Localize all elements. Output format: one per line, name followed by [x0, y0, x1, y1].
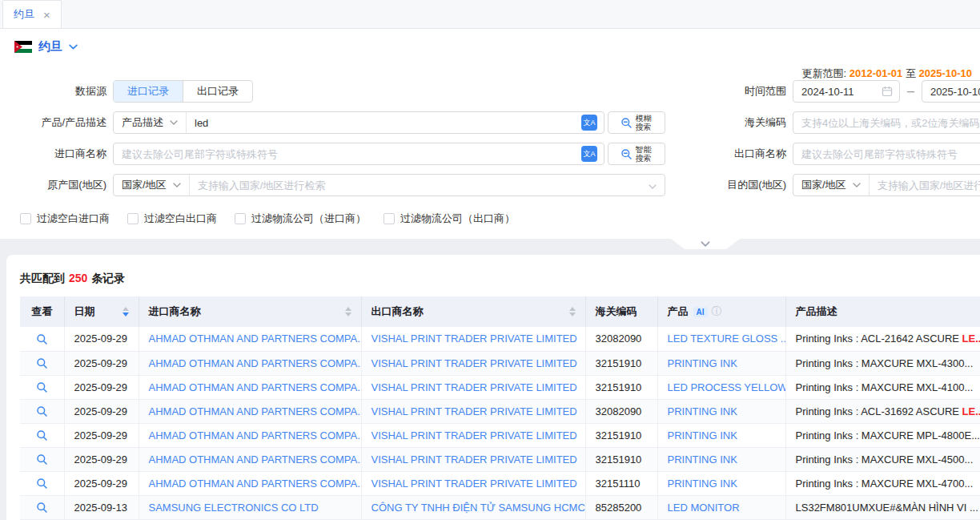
- cell-date: 2025-09-29: [64, 423, 139, 447]
- toggle-export-records[interactable]: 出口记录: [183, 81, 252, 102]
- table-row: 2025-09-29AHMAD OTHMAN AND PARTNERS COMP…: [20, 327, 980, 351]
- cell-product-link[interactable]: PRINTING INK: [668, 478, 737, 490]
- cell-date: 2025-09-29: [64, 375, 139, 399]
- hs-code-field[interactable]: [793, 111, 980, 134]
- date-start-picker[interactable]: [793, 80, 900, 103]
- cell-importer-link[interactable]: AHMAD OTHMAN AND PARTNERS COMPA...: [149, 478, 362, 490]
- view-record-search-icon[interactable]: [36, 405, 48, 417]
- cell-product-link[interactable]: PRINTING INK: [668, 453, 737, 466]
- cell-exporter-link[interactable]: VISHAL PRINT TRADER PRIVATE LIMITED: [372, 333, 577, 345]
- cell-exporter-link[interactable]: VISHAL PRINT TRADER PRIVATE LIMITED: [372, 381, 577, 393]
- keyword-highlight: LE...: [962, 333, 980, 345]
- cell-importer-link[interactable]: AHMAD OTHMAN AND PARTNERS COMPA...: [149, 405, 362, 417]
- origin-country-label: 原产国(地区): [0, 178, 113, 192]
- column-label: 日期: [74, 304, 95, 319]
- translate-icon[interactable]: 文A: [581, 115, 597, 131]
- column-header-date[interactable]: 日期: [64, 296, 139, 327]
- tab-title: 约旦: [14, 7, 34, 22]
- column-header-exporter[interactable]: 出口商名称: [361, 296, 585, 327]
- translate-icon[interactable]: 文A: [581, 146, 597, 162]
- view-record-search-icon[interactable]: [36, 453, 48, 466]
- tab-close-icon[interactable]: ×: [43, 9, 50, 21]
- chevron-down-icon: [170, 120, 178, 125]
- checkbox-icon: [127, 213, 139, 224]
- column-label: 出口商名称: [372, 304, 424, 319]
- cell-exporter-link[interactable]: VISHAL PRINT TRADER PRIVATE LIMITED: [372, 357, 577, 369]
- cell-date: 2025-09-29: [64, 447, 139, 471]
- exporter-input[interactable]: [793, 148, 980, 160]
- chevron-down-icon: [649, 178, 657, 192]
- checkbox-filter-blank-importer[interactable]: 过滤空白进口商: [20, 212, 110, 226]
- cell-product-link[interactable]: LED PROCESS YELLOW...: [668, 381, 786, 393]
- cell-product-description: Printing Inks : MAXCURE MXL-4700...: [785, 471, 980, 495]
- exporter-field[interactable]: [793, 143, 980, 165]
- origin-country-input[interactable]: [190, 179, 649, 191]
- cell-hs-code: 32151910: [585, 423, 657, 447]
- cell-product-link[interactable]: LED MONITOR: [668, 502, 740, 514]
- data-source-toggle: 进口记录 出口记录: [113, 80, 253, 103]
- exporter-label: 出口商名称: [677, 147, 793, 161]
- sort-desc-icon: [122, 312, 129, 316]
- checkbox-filter-logistics-importer[interactable]: 过滤物流公司（进口商）: [235, 212, 366, 226]
- view-record-search-icon[interactable]: [36, 478, 48, 490]
- hs-code-input[interactable]: [793, 117, 980, 129]
- cell-exporter-link[interactable]: VISHAL PRINT TRADER PRIVATE LIMITED: [372, 478, 577, 490]
- cell-product-link[interactable]: PRINTING INK: [668, 429, 737, 441]
- cell-importer-link[interactable]: AHMAD OTHMAN AND PARTNERS COMPA...: [149, 333, 362, 345]
- country-selector[interactable]: 约旦: [14, 39, 78, 54]
- tab-jordan[interactable]: 约旦 ×: [2, 0, 62, 28]
- sort-icons[interactable]: [569, 307, 576, 316]
- cell-importer-link[interactable]: AHMAD OTHMAN AND PARTNERS COMPA...: [149, 357, 362, 369]
- fuzzy-search-button[interactable]: 模糊搜索: [608, 111, 665, 134]
- table-row: 2025-09-29AHMAD OTHMAN AND PARTNERS COMP…: [20, 471, 980, 495]
- cell-importer-link[interactable]: SAMSUNG ELECTRONICS CO LTD: [149, 502, 319, 514]
- cell-importer-link[interactable]: AHMAD OTHMAN AND PARTNERS COMPA...: [149, 453, 362, 466]
- cell-date: 2025-09-13: [64, 495, 139, 519]
- importer-label: 进口商名称: [0, 147, 113, 161]
- cell-exporter-link[interactable]: VISHAL PRINT TRADER PRIVATE LIMITED: [372, 405, 577, 417]
- cell-product-link[interactable]: PRINTING INK: [668, 357, 737, 369]
- sort-icons[interactable]: [345, 307, 351, 316]
- column-header-importer[interactable]: 进口商名称: [139, 296, 361, 327]
- column-label: 进口商名称: [149, 304, 201, 319]
- info-icon[interactable]: ⓘ: [712, 304, 722, 319]
- data-source-label: 数据源: [0, 84, 113, 99]
- country-name: 约旦: [38, 39, 62, 54]
- column-label: 产品描述: [796, 304, 837, 319]
- date-end-picker[interactable]: [922, 80, 980, 103]
- table-row: 2025-09-29AHMAD OTHMAN AND PARTNERS COMP…: [20, 399, 980, 423]
- destination-country-input[interactable]: [870, 179, 980, 191]
- cell-importer-link[interactable]: AHMAD OTHMAN AND PARTNERS COMPA...: [149, 429, 362, 441]
- update-range-end: 2025-10-10: [919, 67, 973, 79]
- view-record-search-icon[interactable]: [36, 381, 48, 393]
- update-range: 更新范围: 2012-01-01 至 2025-10-10: [802, 67, 973, 81]
- view-record-search-icon[interactable]: [36, 357, 48, 369]
- toggle-import-records[interactable]: 进口记录: [114, 81, 183, 102]
- date-end-input[interactable]: [922, 86, 980, 98]
- cell-exporter-link[interactable]: VISHAL PRINT TRADER PRIVATE LIMITED: [372, 429, 577, 441]
- product-type-select[interactable]: 产品描述: [114, 112, 187, 133]
- checkbox-filter-blank-exporter[interactable]: 过滤空白出口商: [127, 212, 217, 226]
- date-start-input[interactable]: [793, 86, 882, 98]
- cell-exporter-link[interactable]: VISHAL PRINT TRADER PRIVATE LIMITED: [372, 453, 577, 466]
- view-record-search-icon[interactable]: [36, 502, 48, 514]
- chevron-down-icon: [69, 44, 78, 50]
- view-record-search-icon[interactable]: [36, 333, 48, 345]
- checkbox-filter-logistics-exporter[interactable]: 过滤物流公司（出口商）: [384, 212, 515, 226]
- cell-product-link[interactable]: LED TEXTURE GLOSS ...: [668, 333, 786, 345]
- cell-product-description: Printing Inks : ACL-31692 ASCURE LE...: [785, 399, 980, 423]
- cell-importer-link[interactable]: AHMAD OTHMAN AND PARTNERS COMPA...: [149, 381, 362, 393]
- product-search-input[interactable]: [187, 117, 581, 129]
- origin-country-select[interactable]: 国家/地区: [114, 175, 190, 196]
- sort-icons[interactable]: [122, 307, 129, 316]
- column-header-desc: 产品描述: [785, 296, 980, 327]
- cell-exporter-link[interactable]: CÔNG TY TNHH ĐIỆN TỬ SAMSUNG HCMC...: [372, 502, 586, 514]
- destination-country-select[interactable]: 国家/地区: [793, 175, 870, 196]
- importer-input[interactable]: [114, 148, 581, 160]
- filter-panel: 约旦 更新范围: 2012-01-01 至 2025-10-10 数据源 进口记…: [0, 29, 980, 239]
- hs-code-label: 海关编码: [677, 115, 793, 130]
- smart-search-button[interactable]: 智能搜索: [608, 143, 665, 165]
- cell-product-description: Printing Inks : MAXCURE MPL-4800E...: [785, 423, 980, 447]
- view-record-search-icon[interactable]: [36, 429, 48, 441]
- cell-product-link[interactable]: PRINTING INK: [668, 405, 737, 417]
